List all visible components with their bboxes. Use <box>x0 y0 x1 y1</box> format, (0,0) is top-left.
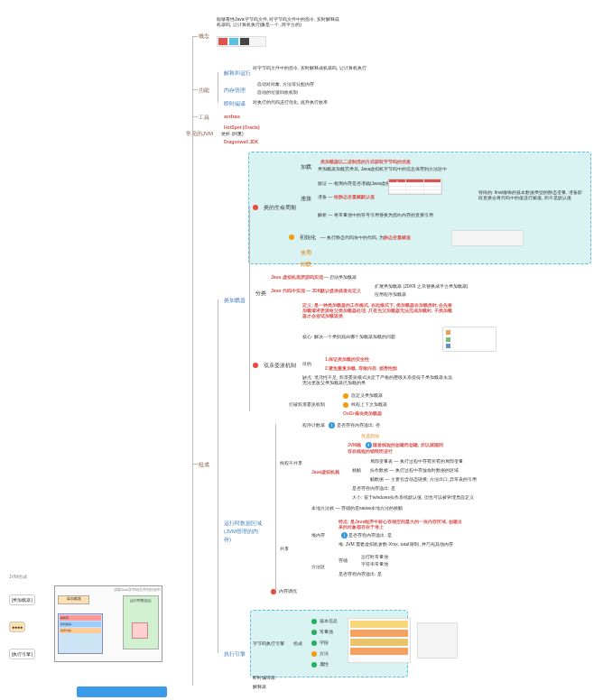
cls-java-1: 扩展类加载器 (JDK9 之后替换成平台类加载器) <box>375 283 468 289</box>
purpose[interactable]: 目的 <box>302 361 311 366</box>
bottom-panel: JVM组成 [类加载器] ●●●● [执行引擎] 读取Java字节码文件到内存中… <box>9 574 167 682</box>
heap-params: 堆: JVM 需要虚拟机参数-Xmx, total 限制, 并巧与其他内存 <box>339 541 453 547</box>
node-common-jvm[interactable]: 常见的JVM <box>183 129 216 139</box>
bytecode-engine[interactable]: 字节码执行引擎 <box>253 640 284 646</box>
frame-2: 操作数栈 — 执行过程中存放临时数据的区域 <box>370 467 459 473</box>
frame-3: 帧数据 — 主要包含动态链接, 方法出口, 异常表的引用 <box>370 476 477 482</box>
info-icon: i <box>329 422 335 428</box>
heap-feature: 特点: 是Java程序中核心存储空间最大的一块内存区域, 创建出来的对象都存在于… <box>339 519 465 530</box>
verify: 验证 <box>318 180 327 186</box>
classloader[interactable]: 类加载器 <box>221 296 248 306</box>
heap-overflow: 是否存在内存溢出: 是 <box>348 532 392 538</box>
native-stack: 本地方法栈 — 存储的是native本地方法的栈帧 <box>311 505 403 511</box>
cls-jvm: Java 虚拟机底层源码实现 <box>271 274 323 280</box>
direct-mem[interactable]: 内存调优 <box>279 588 297 594</box>
func-jit[interactable]: 即时编译 <box>221 99 248 109</box>
ma-overflow: 是否存在内存溢出: 是 <box>339 571 382 576</box>
concept-desc: 能够看懂Java字节码文件, 对字节码文件中的指令, 实时解释或机器码, 让计算… <box>217 16 343 27</box>
bc-method: 方法 <box>320 650 329 656</box>
func-interpret[interactable]: 解释和运行 <box>221 69 254 78</box>
func-interpret-desc: 对字节码文件中的指令, 实时解释成机器码, 让计算机执行 <box>253 65 366 70</box>
node-concept[interactable]: 概念 <box>196 32 212 41</box>
exec-jit: 即时编译器 <box>253 675 275 680</box>
loading[interactable]: 加载 <box>298 162 314 172</box>
resolve: 解析 <box>318 212 327 217</box>
frame[interactable]: 栈帧 <box>352 467 361 473</box>
stack-size: 大小: 基于windows操作系统默认值, 但也可以被管理员自定义 <box>352 494 474 500</box>
init[interactable]: 初始化 <box>297 233 319 243</box>
cls-java: Java 代码中实现 <box>271 288 305 293</box>
runtime[interactable]: 运行时数据区域 (JVM管理的内存) <box>221 519 266 545</box>
node-tools[interactable]: 工具 <box>196 113 212 123</box>
mem-1: 自动对对象, 方法等分配内存 <box>257 81 314 87</box>
delegation[interactable]: 双亲委派机制 <box>261 361 299 371</box>
bottom-button[interactable] <box>77 686 167 697</box>
delegation-core: 核心: 解决一个类到底由哪个加载器加载的问题 <box>302 334 395 339</box>
break[interactable]: 打破双亲委派机制 <box>289 401 325 407</box>
ma-store-1: 运行时常量池 <box>361 554 388 559</box>
jvm-stack[interactable]: Java虚拟机栈 <box>311 469 339 474</box>
jvm-stack-desc: JVM栈 i 随着线程的创建而创建, 所以就随同存在线程的销毁而进行 <box>348 442 447 454</box>
exec-interp: 解释器 <box>253 684 266 689</box>
node-function[interactable]: 功能 <box>196 86 212 96</box>
stack-overflow: 是否存在内存溢出: 是 <box>352 485 395 491</box>
node-composition[interactable]: 组成 <box>196 460 212 470</box>
purpose-2: 2.避免重复加载, 导致内存, 损害性能 <box>325 365 397 371</box>
func-jit-desc: 对执行的代码进行优化, 提升执行效率 <box>253 99 328 105</box>
cls-definition: 定义: 是一种类加载器的工作模式, 在此模式下, 类加载器在加载类时, 会先将加… <box>302 302 456 318</box>
loading-1: 类加载器以二进制流的方式获取字节码的信息 <box>318 158 413 165</box>
break-2: 线程上下文加载器 <box>351 401 387 407</box>
execution[interactable]: 执行引擎 <box>221 649 248 659</box>
bc-struct: 组成 <box>293 640 302 646</box>
shared[interactable]: 共享 <box>280 546 289 551</box>
pc[interactable]: 程序计数器 <box>302 422 325 428</box>
jvm-dragonwell: Dragonwell JDK <box>221 138 261 145</box>
bc-field: 字段 <box>320 640 329 645</box>
tools-arthas[interactable]: arthas <box>221 113 243 120</box>
box-classloader: [类加载器] <box>9 594 35 605</box>
purpose-warn: 缺点: 灵活性不足, 双亲委派模式决定了严格的层级关系使得子类加载器永远无法更改… <box>302 374 456 385</box>
box-exec: [执行引擎] <box>9 649 35 659</box>
lifecycle[interactable]: 类的生命周期 <box>261 203 299 213</box>
jvm-alibaba: 龙虾 (阿里) <box>221 131 244 136</box>
heap[interactable]: 堆内存 <box>311 532 325 538</box>
ma-store-2: 字符串常量池 <box>361 561 388 566</box>
unload: 卸载 <box>298 260 314 270</box>
cls-java-2: 应用程序加载器 <box>375 291 406 297</box>
bc-basic: 基本信息 <box>320 618 338 623</box>
classification[interactable]: 分类 <box>253 289 269 299</box>
mem-2: 自动的垃圾回收机制 <box>257 89 298 95</box>
purpose-1: 1.保证类加载的安全性 <box>325 356 369 362</box>
use: 使用 <box>298 248 314 258</box>
thread-ns[interactable]: 线程不共享 <box>280 460 302 465</box>
linking-special: 特殊的: final修饰的基本数据类型的静态变量, 准备阶段直接会将代码中的值进… <box>478 189 582 200</box>
linking[interactable]: 连接 <box>298 194 314 204</box>
method-area[interactable]: 方法区 <box>311 564 325 569</box>
bc-attr: 属性 <box>320 661 329 667</box>
break-1: 自定义类加载器 <box>351 392 383 398</box>
ma-store: 存储 <box>339 557 348 563</box>
jvm-hotspot: HotSpot (Oracle) <box>221 124 263 131</box>
frame-1: 局部变量表 — 执行过程中存有所有的局部变量 <box>370 458 463 464</box>
bc-const: 常量池 <box>320 629 333 634</box>
prepare: 准备 <box>318 194 327 199</box>
loading-2: 类加载器加载完类后, Java虚拟机字节码中的信息保存到方法区中 <box>318 166 447 171</box>
func-memory[interactable]: 内存管理 <box>221 86 248 96</box>
break-3: OsGi 模块类加载器 <box>343 410 382 416</box>
